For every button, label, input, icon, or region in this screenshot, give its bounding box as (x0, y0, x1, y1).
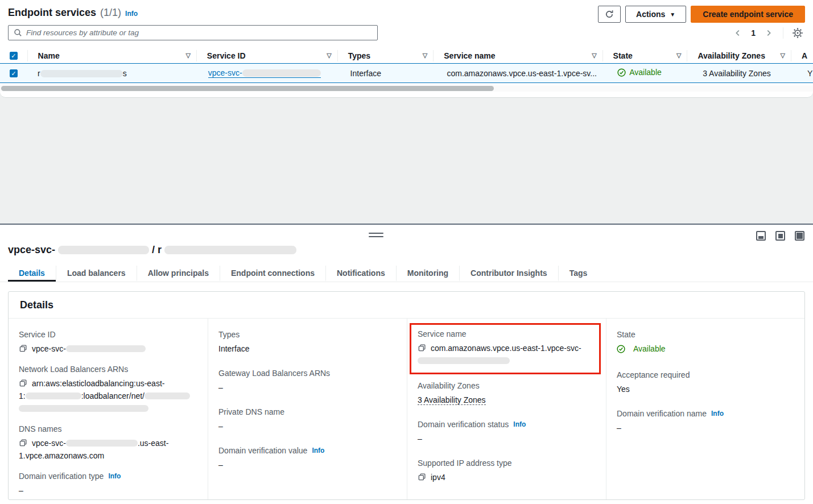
redacted-text (164, 246, 296, 254)
panel-title: vpce-svc- / r (8, 244, 296, 256)
details-column-3: Service name com.amazonaws.vpce.us-east-… (407, 319, 606, 499)
copy-icon[interactable] (19, 344, 27, 353)
page-title-group: Endpoint services (1/1) Info (8, 7, 138, 19)
column-header-service-name[interactable]: Service name ▽ (433, 50, 602, 61)
create-label: Create endpoint service (703, 10, 793, 19)
select-all-checkbox[interactable]: ✓ (10, 52, 18, 60)
horizontal-scrollbar-thumb[interactable] (1, 86, 494, 91)
field-domain-verification-name: Domain verification name Info – (617, 409, 794, 434)
search-box (8, 25, 378, 40)
header-actions: Actions ▼ Create endpoint service (598, 6, 805, 23)
row-acceptance-cell: Y (797, 69, 813, 78)
refresh-icon (605, 10, 614, 19)
field-service-name: Service name com.amazonaws.vpce.us-east-… (418, 329, 595, 367)
row-types-cell: Interface (340, 69, 437, 78)
panel-size-small-icon[interactable] (756, 231, 766, 241)
field-domain-verification-type: Domain verification type Info – (19, 472, 197, 497)
select-all-cell: ✓ (0, 52, 27, 60)
column-header-acceptance[interactable]: A (791, 50, 813, 61)
panel-size-large-icon[interactable] (795, 231, 804, 241)
preferences-button[interactable] (790, 26, 805, 40)
service-name-highlight-box: Service name com.amazonaws.vpce.us-east-… (410, 323, 601, 374)
pager-divider (783, 27, 783, 39)
column-header-state[interactable]: State ▽ (602, 50, 687, 61)
redacted-text (66, 440, 138, 447)
tab-tags[interactable]: Tags (558, 266, 599, 282)
next-page-button[interactable] (761, 26, 776, 40)
redacted-text (26, 393, 81, 399)
chevron-down-icon: ▼ (670, 11, 675, 18)
page-info-link[interactable]: Info (125, 10, 138, 18)
actions-label: Actions (636, 10, 665, 19)
details-card-heading: Details (9, 292, 804, 319)
row-name-cell: rs (27, 69, 198, 78)
page-title: Endpoint services (8, 7, 96, 19)
horizontal-scrollbar (0, 85, 813, 92)
row-service-name-cell: com.amazonaws.vpce.us-east-1.vpce-sv... (436, 69, 607, 78)
column-header-service-id[interactable]: Service ID ▽ (196, 50, 337, 61)
table-row[interactable]: ✓ rs vpce-svc- Interface com.amazonaws.v… (0, 63, 813, 83)
search-input[interactable] (26, 26, 377, 40)
info-link[interactable]: Info (513, 420, 526, 428)
sort-icon[interactable]: ▽ (780, 52, 785, 59)
chevron-right-icon (765, 29, 773, 37)
availability-zones-link[interactable]: 3 Availability Zones (418, 395, 486, 405)
tab-load-balancers[interactable]: Load balancers (56, 266, 137, 282)
panel-drag-handle[interactable] (369, 233, 383, 239)
row-select-cell: ✓ (0, 69, 27, 77)
sort-icon[interactable]: ▽ (185, 52, 190, 59)
tab-notifications[interactable]: Notifications (325, 266, 396, 282)
table-header-row: ✓ Name ▽ Service ID ▽ Types ▽ Service na… (0, 48, 813, 63)
column-header-name[interactable]: Name ▽ (27, 50, 196, 61)
service-id-link[interactable]: vpce-svc- (208, 68, 321, 78)
availability-zones-link[interactable]: 3 Availability Zones (703, 69, 771, 78)
redacted-text (145, 393, 190, 399)
column-header-availability-zones[interactable]: Availability Zones ▽ (687, 50, 790, 61)
tab-endpoint-connections[interactable]: Endpoint connections (220, 266, 325, 282)
tab-monitoring[interactable]: Monitoring (396, 266, 459, 282)
info-link[interactable]: Info (108, 472, 121, 480)
redacted-text (40, 70, 123, 77)
copy-icon[interactable] (418, 473, 426, 481)
sort-icon[interactable]: ▽ (327, 52, 331, 59)
field-glb-arns: Gateway Load Balancers ARNs – (218, 369, 397, 394)
field-availability-zones: Availability Zones 3 Availability Zones (418, 381, 596, 406)
info-link[interactable]: Info (711, 410, 724, 418)
actions-button[interactable]: Actions ▼ (625, 6, 686, 23)
details-column-2: Types Interface Gateway Load Balancers A… (208, 319, 407, 499)
field-domain-verification-status: Domain verification status Info – (418, 420, 596, 445)
tabs-divider (0, 282, 813, 282)
info-link[interactable]: Info (312, 447, 324, 455)
sort-icon[interactable]: ▽ (592, 52, 596, 59)
row-checkbox[interactable]: ✓ (10, 69, 18, 77)
previous-page-button[interactable] (731, 26, 745, 40)
sort-icon[interactable]: ▽ (423, 52, 427, 59)
panel-tabs: Details Load balancers Allow principals … (8, 266, 598, 282)
panel-size-medium-icon[interactable] (775, 231, 785, 241)
pagination: 1 (731, 25, 805, 40)
copy-icon[interactable] (19, 439, 27, 447)
endpoint-services-page: Endpoint services (1/1) Info Actions ▼ C… (0, 0, 813, 504)
column-header-types[interactable]: Types ▽ (337, 50, 434, 61)
tab-contributor-insights[interactable]: Contributor Insights (459, 266, 558, 282)
current-page-number[interactable]: 1 (748, 28, 759, 38)
gear-icon (793, 28, 803, 38)
status-badge: Available (617, 68, 662, 77)
create-endpoint-service-button[interactable]: Create endpoint service (691, 6, 805, 23)
field-types: Types Interface (218, 330, 397, 355)
redacted-text (58, 246, 149, 254)
field-state: State Available (617, 330, 794, 357)
field-nlb-arns: Network Load Balancers ARNs arn:aws:elas… (19, 365, 197, 415)
redacted-text (242, 69, 321, 77)
copy-icon[interactable] (19, 379, 27, 387)
copy-icon[interactable] (418, 344, 426, 352)
tab-details[interactable]: Details (8, 266, 56, 282)
field-private-dns-name: Private DNS name – (218, 407, 397, 432)
row-availability-zones-cell: 3 Availability Zones (692, 69, 797, 78)
endpoint-services-table-card: Endpoint services (1/1) Info Actions ▼ C… (0, 0, 813, 98)
sort-icon[interactable]: ▽ (676, 52, 681, 59)
refresh-button[interactable] (598, 6, 621, 23)
tab-allow-principals[interactable]: Allow principals (137, 266, 220, 282)
details-column-1: Service ID vpce-svc- Network Load Balanc… (9, 319, 208, 499)
search-icon (14, 28, 22, 37)
